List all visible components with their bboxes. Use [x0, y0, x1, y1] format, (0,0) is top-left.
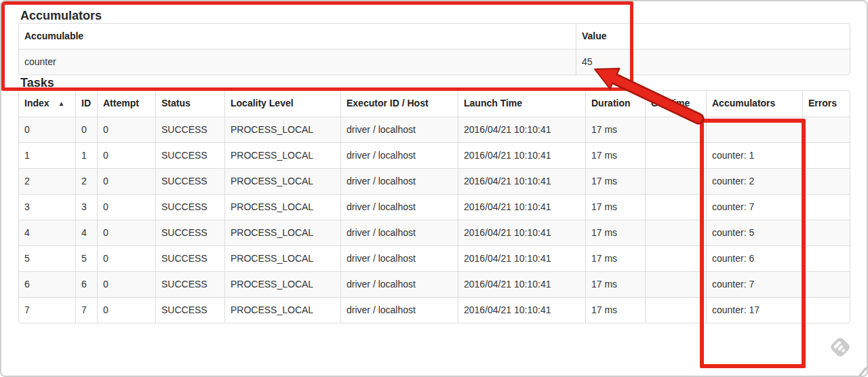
task-cell-id: 6 [75, 271, 97, 297]
task-cell-attempt: 0 [97, 220, 155, 245]
task-cell-duration: 17 ms [585, 168, 645, 194]
column-header-index[interactable]: Index▲ [19, 91, 75, 117]
task-cell-duration: 17 ms [585, 194, 645, 220]
task-cell-duration: 17 ms [585, 142, 645, 168]
task-cell-gc_time [645, 297, 706, 323]
accumulators-header-row: Accumulable Value [19, 24, 850, 49]
task-cell-status: SUCCESS [155, 245, 224, 271]
task-cell-accumulators: counter: 6 [706, 245, 802, 271]
column-header-accumulators[interactable]: Accumulators [706, 91, 802, 117]
task-cell-gc_time [645, 245, 706, 271]
task-cell-launch_time: 2016/04/21 10:10:41 [458, 168, 585, 194]
task-cell-index: 2 [19, 168, 75, 194]
task-cell-executor: driver / localhost [340, 194, 458, 220]
task-cell-accumulators [706, 117, 802, 142]
task-cell-status: SUCCESS [155, 297, 224, 323]
task-cell-status: SUCCESS [155, 220, 224, 245]
watermark-logo-icon [827, 334, 854, 361]
task-cell-executor: driver / localhost [340, 245, 458, 271]
task-row: 770SUCCESSPROCESS_LOCALdriver / localhos… [19, 297, 850, 323]
column-header-accumulable[interactable]: Accumulable [19, 24, 576, 49]
column-header-errors[interactable]: Errors [802, 91, 850, 117]
accumulable-value-cell: 45 [576, 49, 850, 75]
task-cell-errors [802, 271, 850, 297]
task-cell-attempt: 0 [97, 271, 155, 297]
task-cell-index: 3 [19, 194, 75, 220]
task-cell-locality: PROCESS_LOCAL [224, 142, 340, 168]
column-header-executor[interactable]: Executor ID / Host [340, 91, 458, 117]
task-cell-gc_time [645, 142, 706, 168]
task-cell-id: 7 [75, 297, 97, 323]
task-cell-accumulators: counter: 1 [706, 142, 802, 168]
task-cell-index: 7 [19, 297, 75, 323]
task-cell-id: 3 [75, 194, 97, 220]
task-cell-attempt: 0 [97, 297, 155, 323]
task-row: 000SUCCESSPROCESS_LOCALdriver / localhos… [19, 117, 850, 142]
accumulators-section-title: Accumulators [20, 8, 849, 23]
task-cell-id: 5 [75, 245, 97, 271]
task-cell-executor: driver / localhost [340, 271, 458, 297]
task-cell-id: 0 [75, 117, 97, 142]
task-cell-status: SUCCESS [155, 168, 224, 194]
task-cell-duration: 17 ms [585, 245, 645, 271]
column-header-value[interactable]: Value [576, 24, 850, 49]
tasks-header-row: Index▲IDAttemptStatusLocality LevelExecu… [19, 91, 850, 117]
task-cell-locality: PROCESS_LOCAL [224, 297, 340, 323]
task-cell-executor: driver / localhost [340, 220, 458, 245]
task-cell-errors [802, 245, 850, 271]
page-content: Accumulators Accumulable Value counter 4… [0, 0, 868, 323]
task-cell-locality: PROCESS_LOCAL [224, 117, 340, 142]
task-cell-errors [802, 142, 850, 168]
column-header-status[interactable]: Status [155, 91, 224, 117]
accumulator-row: counter 45 [19, 49, 850, 75]
task-row: 220SUCCESSPROCESS_LOCALdriver / localhos… [19, 168, 850, 194]
task-cell-attempt: 0 [97, 142, 155, 168]
task-cell-accumulators: counter: 17 [706, 297, 802, 323]
tasks-section-title: Tasks [20, 75, 849, 90]
task-cell-gc_time [645, 271, 706, 297]
accumulable-name-cell: counter [19, 49, 576, 75]
task-cell-launch_time: 2016/04/21 10:10:41 [458, 297, 585, 323]
tasks-table: Index▲IDAttemptStatusLocality LevelExecu… [18, 90, 850, 323]
task-cell-attempt: 0 [97, 117, 155, 142]
task-row: 110SUCCESSPROCESS_LOCALdriver / localhos… [19, 142, 850, 168]
task-cell-index: 0 [19, 117, 75, 142]
task-cell-index: 1 [19, 142, 75, 168]
task-row: 550SUCCESSPROCESS_LOCALdriver / localhos… [19, 245, 850, 271]
column-header-id[interactable]: ID [75, 91, 97, 117]
task-cell-index: 5 [19, 245, 75, 271]
task-cell-gc_time [645, 220, 706, 245]
task-cell-locality: PROCESS_LOCAL [224, 245, 340, 271]
task-cell-duration: 17 ms [585, 297, 645, 323]
task-cell-launch_time: 2016/04/21 10:10:41 [458, 220, 585, 245]
task-cell-launch_time: 2016/04/21 10:10:41 [458, 142, 585, 168]
column-header-duration[interactable]: Duration [585, 91, 645, 117]
task-cell-id: 4 [75, 220, 97, 245]
column-header-attempt[interactable]: Attempt [97, 91, 155, 117]
task-cell-locality: PROCESS_LOCAL [224, 194, 340, 220]
task-cell-launch_time: 2016/04/21 10:10:41 [458, 245, 585, 271]
task-cell-executor: driver / localhost [340, 168, 458, 194]
task-cell-executor: driver / localhost [340, 297, 458, 323]
task-cell-errors [802, 117, 850, 142]
column-header-launch_time[interactable]: Launch Time [458, 91, 585, 117]
task-cell-accumulators: counter: 7 [706, 271, 802, 297]
task-cell-locality: PROCESS_LOCAL [224, 271, 340, 297]
task-cell-index: 4 [19, 220, 75, 245]
spark-ui-accumulators-page: Accumulators Accumulable Value counter 4… [0, 0, 868, 377]
task-cell-executor: driver / localhost [340, 142, 458, 168]
task-row: 660SUCCESSPROCESS_LOCALdriver / localhos… [19, 271, 850, 297]
task-cell-errors [802, 194, 850, 220]
task-cell-launch_time: 2016/04/21 10:10:41 [458, 194, 585, 220]
task-cell-attempt: 0 [97, 168, 155, 194]
task-cell-gc_time [645, 117, 706, 142]
task-cell-launch_time: 2016/04/21 10:10:41 [458, 271, 585, 297]
task-cell-gc_time [645, 194, 706, 220]
task-cell-gc_time [645, 168, 706, 194]
task-cell-accumulators: counter: 2 [706, 168, 802, 194]
task-cell-status: SUCCESS [155, 271, 224, 297]
task-row: 330SUCCESSPROCESS_LOCALdriver / localhos… [19, 194, 850, 220]
task-cell-id: 1 [75, 142, 97, 168]
column-header-locality[interactable]: Locality Level [224, 91, 340, 117]
column-header-gc_time[interactable]: GC Time [645, 91, 706, 117]
